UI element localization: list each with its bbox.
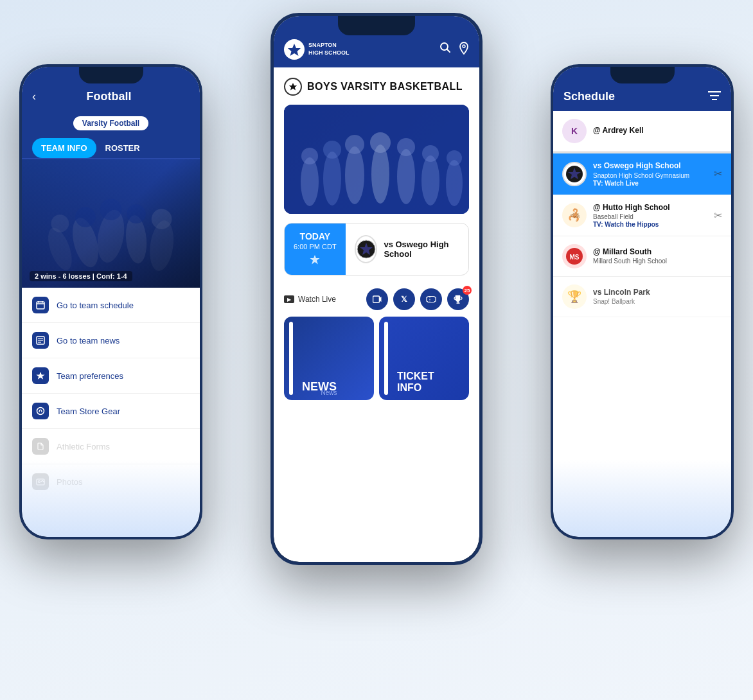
news-card-tab: [289, 322, 293, 395]
svg-point-40: [446, 160, 463, 206]
game-time: 6:00 PM CDT: [294, 243, 337, 250]
opponent-logo: [355, 235, 378, 263]
phone-center: SNAPTON HIGH SCHOOL: [270, 13, 483, 565]
sport-star-icon: [284, 78, 302, 96]
menu-store-label: Team Store Gear: [57, 407, 120, 416]
football-image: 2 wins - 6 losses | Conf: 1-4: [22, 159, 200, 288]
svg-point-37: [397, 138, 415, 156]
watch-live-label: Watch Live: [298, 295, 336, 304]
menu-item-forms: Athletic Forms: [22, 429, 200, 464]
screen-center: SNAPTON HIGH SCHOOL: [274, 16, 479, 562]
svg-point-29: [301, 148, 318, 164]
lincoln-park-venue: Snap! Ballpark: [593, 297, 722, 306]
schedule-item-3[interactable]: 🦂 @ Hutto High School Baseball Field TV:…: [553, 195, 731, 237]
game-fav-star[interactable]: [310, 254, 320, 267]
menu-item-preferences[interactable]: Team preferences: [22, 358, 200, 394]
svg-marker-22: [288, 44, 301, 56]
tab-team-info[interactable]: TEAM INFO: [32, 138, 96, 158]
ticket-button[interactable]: [420, 288, 442, 310]
school-logo-area[interactable]: SNAPTON HIGH SCHOOL: [284, 39, 350, 60]
ticket-card-label: TICKET INFO: [387, 371, 434, 394]
svg-text:MS: MS: [570, 254, 580, 261]
watch-live-button[interactable]: ▶ Watch Live: [284, 295, 336, 304]
subtitle-pill[interactable]: Varsity Football: [73, 116, 148, 130]
ardrey-kell-team: @ Ardrey Kell: [593, 126, 722, 136]
ticket-card[interactable]: TICKET INFO: [379, 317, 469, 400]
store-icon: [32, 403, 49, 419]
game-card[interactable]: TODAY 6:00 PM CDT: [284, 223, 469, 276]
svg-rect-10: [37, 302, 44, 309]
school-name: SNAPTON HIGH SCHOOL: [308, 42, 350, 57]
news-icon: [32, 332, 49, 349]
menu-item-schedule[interactable]: Go to team schedule: [22, 288, 200, 323]
hutto-info: @ Hutto High School Baseball Field TV: W…: [593, 203, 707, 229]
star-icon: [32, 367, 49, 384]
bottom-cards-row: NEWS News TICKET INFO: [284, 317, 469, 400]
hutto-team: @ Hutto High School: [593, 203, 707, 213]
location-icon[interactable]: [459, 42, 469, 57]
oswego-tv: TV: Watch Live: [593, 180, 707, 187]
svg-point-19: [37, 408, 44, 415]
svg-point-35: [370, 132, 391, 153]
screen-right: Schedule K @ Ardrey Kell: [553, 67, 731, 537]
menu-forms-label: Athletic Forms: [57, 442, 110, 451]
subtitle-bar: Varsity Football: [22, 111, 200, 138]
news-card[interactable]: NEWS News: [284, 317, 374, 400]
video-button[interactable]: [366, 288, 388, 310]
millard-south-venue: Millard South High School: [593, 257, 722, 265]
lincoln-park-logo: 🏆: [562, 284, 587, 309]
ardrey-kell-info: @ Ardrey Kell: [593, 126, 722, 136]
menu-item-news[interactable]: Go to team news: [22, 323, 200, 358]
game-opponent-section: vs Oswego High School: [346, 223, 468, 275]
forms-icon: [32, 438, 49, 455]
schedule-item-1[interactable]: K @ Ardrey Kell: [553, 111, 731, 152]
oswego-team: vs Oswego High School: [593, 161, 707, 171]
filter-icon[interactable]: [708, 91, 721, 103]
trophy-button[interactable]: 25: [447, 288, 469, 310]
game-date-section: TODAY 6:00 PM CDT: [285, 223, 346, 275]
svg-point-36: [397, 149, 415, 204]
svg-point-30: [323, 152, 341, 206]
millard-south-team: @ Millard South: [593, 247, 722, 258]
game-vs-text: vs Oswego High School: [384, 240, 459, 259]
twitter-button[interactable]: 𝕏: [393, 288, 415, 310]
menu-item-store[interactable]: Team Store Gear: [22, 394, 200, 429]
screen-left: ‹ Football Varsity Football TEAM INFO RO…: [22, 67, 200, 537]
svg-line-24: [447, 49, 450, 53]
news-card-sublabel: News: [284, 389, 374, 396]
schedule-item-4[interactable]: MS @ Millard South Millard South High Sc…: [553, 236, 731, 277]
tab-roster[interactable]: ROSTER: [96, 138, 149, 158]
notch-center: [338, 16, 415, 35]
photos-icon: [32, 473, 49, 490]
menu-item-photos: Photos: [22, 464, 200, 499]
hutto-logo: 🦂: [562, 203, 587, 227]
oswego-logo: [562, 162, 587, 186]
svg-point-21: [39, 481, 40, 483]
trophy-count-badge: 25: [463, 286, 472, 295]
phone-left: ‹ Football Varsity Football TEAM INFO RO…: [19, 64, 202, 539]
social-icons: 𝕏: [366, 288, 469, 310]
search-icon[interactable]: [439, 42, 451, 57]
millard-south-info: @ Millard South Millard South High Schoo…: [593, 247, 722, 266]
svg-point-28: [301, 157, 319, 206]
svg-marker-26: [289, 83, 297, 91]
back-button[interactable]: ‹: [32, 90, 36, 103]
game-today-label: TODAY: [300, 231, 330, 241]
svg-rect-45: [373, 296, 380, 302]
center-content: BOYS VARSITY BASKETBALL: [274, 67, 479, 410]
phone-right: Schedule K @ Ardrey Kell: [551, 64, 734, 539]
tv-icon: ▶: [284, 295, 294, 303]
millard-south-logo: MS: [562, 244, 587, 268]
svg-point-39: [422, 145, 439, 162]
schedule-title: Schedule: [563, 90, 615, 103]
schedule-item-5[interactable]: 🏆 vs Lincoln Park Snap! Ballpark: [553, 277, 731, 317]
svg-marker-18: [36, 372, 44, 380]
schedule-item-2[interactable]: vs Oswego High School Snapton High Schoo…: [553, 153, 731, 195]
hutto-tv: TV: Watch the Hippos: [593, 221, 707, 228]
oswego-ticket-icon[interactable]: ✂: [714, 168, 722, 180]
menu-photos-label: Photos: [57, 477, 82, 487]
svg-point-34: [371, 144, 389, 204]
menu-news-label: Go to team news: [57, 336, 120, 346]
svg-point-38: [421, 155, 439, 206]
hutto-ticket-icon[interactable]: ✂: [714, 209, 722, 222]
